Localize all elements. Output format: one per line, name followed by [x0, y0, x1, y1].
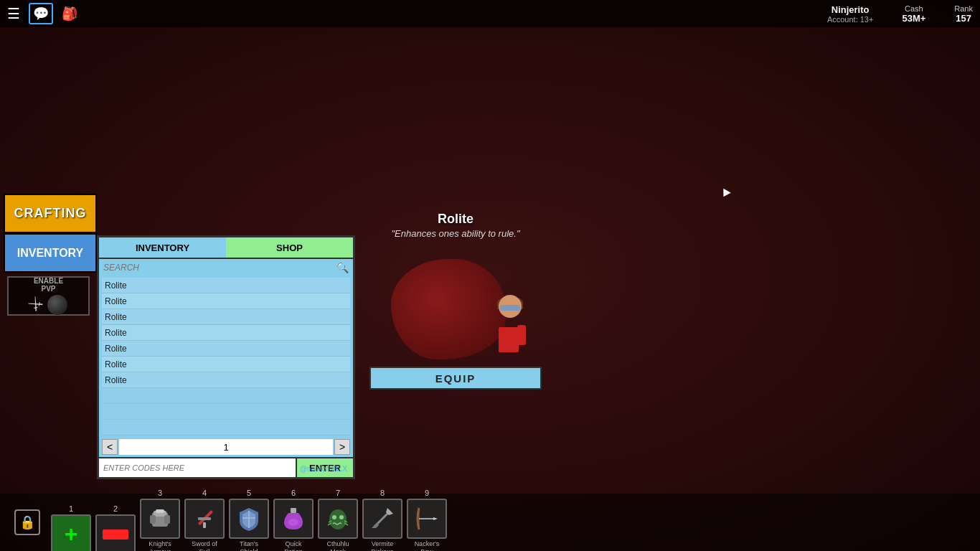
top-bar-right: Ninjerito Account: 13+ Cash 53M+ Rank 15…: [827, 4, 973, 24]
rank-value: 157: [954, 13, 973, 24]
list-item[interactable]: Rolite: [102, 309, 350, 325]
pvp-widget[interactable]: ENABLE PVP ⚔: [7, 276, 90, 316]
slot-label-6: QuickPotion: [284, 540, 303, 551]
hotbar-slot-4: 4 Sword ofEvil: [184, 489, 225, 551]
list-item[interactable]: Rolite: [102, 278, 350, 293]
slot-box-1[interactable]: +: [51, 514, 91, 551]
next-page-button[interactable]: >: [334, 439, 350, 455]
slot-label-8: VermitePickaxe: [371, 540, 394, 551]
chat-icon[interactable]: 💬: [29, 3, 53, 24]
empty-slot: [102, 420, 350, 435]
cash-block: Cash 53M+: [902, 4, 925, 24]
cash-label: Cash: [902, 4, 925, 13]
slot-num-7: 7: [336, 489, 340, 497]
slot-num-6: 6: [291, 489, 296, 497]
vermite-pickaxe-icon: [369, 505, 396, 532]
char-body: [499, 327, 519, 352]
nackers-bow-icon: [413, 505, 440, 532]
pvp-label2: PVP: [41, 285, 55, 293]
slot-box-5[interactable]: [229, 499, 269, 539]
hotbar: 🔒 1 + 2 3: [0, 494, 980, 551]
inventory-list: Rolite Rolite Rolite Rolite Rolite Rolit…: [99, 276, 353, 437]
bag-icon[interactable]: 🎒: [62, 6, 77, 22]
pvp-label: ENABLE: [34, 277, 63, 285]
hotbar-slot-6: 6 QuickPotion: [273, 489, 314, 551]
char-glasses: [500, 305, 520, 311]
empty-slot: [102, 388, 350, 404]
svg-point-13: [332, 515, 336, 519]
slot-num-2: 2: [113, 504, 118, 513]
slot-label-7: CthuhluMask: [326, 540, 349, 551]
slot-box-3[interactable]: [140, 499, 180, 539]
pagination: < 1 >: [99, 437, 353, 457]
cash-value: 53M+: [902, 13, 925, 24]
player-info: Ninjerito Account: 13+: [827, 4, 874, 24]
hotbar-slot-5: 5 Titan'sShield: [229, 489, 269, 551]
tab-shop[interactable]: SHOP: [226, 237, 353, 259]
list-item[interactable]: Rolite: [102, 357, 350, 372]
search-input[interactable]: [103, 263, 336, 273]
prev-page-button[interactable]: <: [102, 439, 118, 455]
hotbar-slot-7: 7 CthuhluMask: [318, 489, 358, 551]
hotbar-slot-1: 1 +: [51, 504, 91, 551]
slot-box-6[interactable]: [273, 499, 314, 539]
slot-num-3: 3: [158, 489, 162, 497]
equip-button[interactable]: EQUIP: [369, 367, 542, 390]
svg-rect-6: [198, 517, 211, 520]
knights-armour-icon: [146, 505, 174, 532]
inventory-panel: INVENTORY SHOP 🔍 Rolite Rolite Rolite Ro…: [97, 235, 355, 479]
search-icon: 🔍: [336, 262, 349, 273]
list-item[interactable]: Rolite: [102, 325, 350, 341]
tab-inventory[interactable]: INVENTORY: [99, 237, 226, 259]
health-icon: +: [65, 521, 78, 547]
search-bar: 🔍: [99, 259, 353, 276]
svg-point-12: [329, 509, 347, 529]
red-bar-icon: [103, 529, 128, 540]
slot-num-5: 5: [247, 489, 251, 497]
hotbar-slot-9: 9 Nacker'sBow: [407, 489, 447, 551]
titans-shield-icon: [235, 505, 263, 532]
inventory-tabs: INVENTORY SHOP: [99, 237, 353, 259]
slot-num-4: 4: [202, 489, 207, 497]
svg-marker-22: [433, 517, 438, 520]
item-sprite: [384, 245, 527, 359]
watermark: @nackerRBLX: [300, 465, 347, 473]
character-sprite: [484, 295, 527, 359]
slot-box-9[interactable]: [407, 499, 447, 539]
item-detail-panel: Rolite "Enhances ones ability to rule." …: [359, 212, 552, 390]
svg-point-14: [339, 515, 344, 519]
list-item[interactable]: Rolite: [102, 341, 350, 357]
slot-box-8[interactable]: [362, 499, 402, 539]
codes-input[interactable]: [99, 458, 296, 477]
rank-block: Rank 157: [954, 4, 973, 24]
sword-icon: ⚔: [24, 293, 49, 317]
empty-slot: [102, 404, 350, 420]
list-item[interactable]: Rolite: [102, 293, 350, 309]
slot-box-7[interactable]: [318, 499, 358, 539]
hotbar-slots: 1 + 2 3 Knight: [51, 489, 447, 551]
svg-rect-4: [164, 515, 170, 524]
menu-icon[interactable]: ☰: [7, 5, 20, 22]
lock-icon[interactable]: 🔒: [14, 509, 40, 535]
hotbar-slot-8: 8 VermitePickaxe: [362, 489, 402, 551]
slot-label-4: Sword ofEvil: [192, 540, 217, 551]
top-bar: ☰ 💬 🎒 Ninjerito Account: 13+ Cash 53M+ R…: [0, 0, 980, 27]
inventory-button[interactable]: INVENTORY: [4, 233, 97, 273]
slot-box-2[interactable]: [95, 514, 136, 551]
page-number: 1: [119, 439, 333, 455]
slot-label-3: Knight'sArmour: [149, 540, 171, 551]
bomb-icon: [47, 295, 67, 315]
slot-label-9: Nacker'sBow: [415, 540, 440, 551]
svg-rect-3: [150, 515, 156, 524]
crafting-button[interactable]: CRAFTING: [4, 194, 97, 233]
top-bar-left: ☰ 💬 🎒: [7, 3, 77, 24]
slot-box-4[interactable]: [184, 499, 225, 539]
svg-rect-7: [203, 522, 206, 528]
pvp-icons: ⚔: [29, 295, 67, 315]
item-name: Rolite: [359, 212, 552, 227]
cthuhlu-mask-icon: [324, 505, 352, 532]
rank-label: Rank: [954, 4, 973, 13]
slot-num-9: 9: [425, 489, 429, 497]
list-item[interactable]: Rolite: [102, 372, 350, 388]
player-account: Account: 13+: [827, 15, 874, 24]
